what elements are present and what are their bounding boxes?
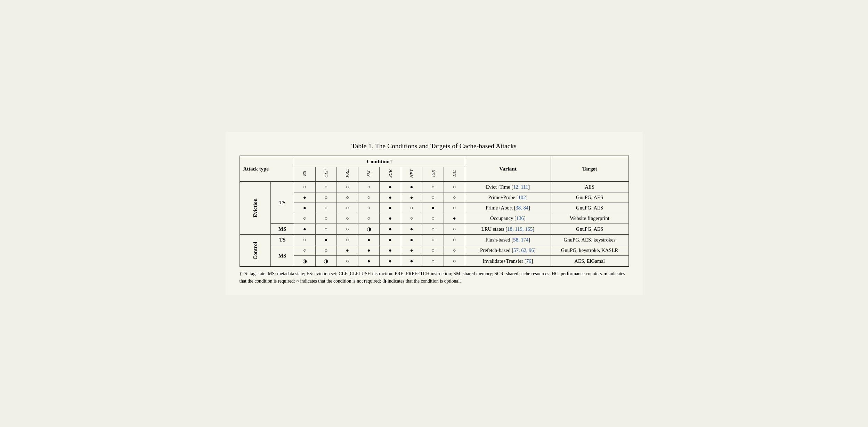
table-row: ● ○ ○ ○ ● ○ ● ○ Prime+Abort [38, 84] Gnu…	[240, 203, 628, 213]
target-cell: GnuPG, keystroke, KASLR	[551, 245, 628, 256]
col-hpt: HPT	[401, 167, 422, 182]
table-row: ◑ ◑ ○ ● ● ● ○ ○ Invalidate+Transfer [76]…	[240, 256, 628, 267]
target-cell: GnuPG, AES	[551, 203, 628, 213]
table-row: Control TS ○ ● ○ ● ● ● ○ ○ Flush-based […	[240, 235, 628, 245]
variant-cell: Flush-based [58, 174]	[465, 235, 551, 245]
table-row: Eviction TS ○ ○ ○ ○ ● ● ○ ○ Evict+Time […	[240, 182, 628, 192]
ts-label-2: TS	[271, 235, 294, 245]
target-cell: GnuPG, AES	[551, 192, 628, 203]
col-scr: SCR	[380, 167, 401, 182]
col-pre: PRE	[337, 167, 358, 182]
col-hc: HC	[444, 167, 465, 182]
table-row: ○ ○ ○ ○ ● ○ ○ ● Occupancy [136] Website …	[240, 213, 628, 224]
cell-cond: ○	[294, 182, 316, 192]
control-label: Control	[240, 235, 271, 267]
variant-cell: Prime+Probe [102]	[465, 192, 551, 203]
col-sm: SM	[358, 167, 380, 182]
variant-cell: LRU states [18, 119, 165]	[465, 224, 551, 235]
col-es: ES	[294, 167, 316, 182]
footnote: †TS: tag state; MS: metadata state; ES: …	[240, 270, 629, 285]
ts-label-1: TS	[271, 182, 294, 224]
variant-cell: Occupancy [136]	[465, 213, 551, 224]
page-container: Table 1. The Conditions and Targets of C…	[226, 132, 643, 295]
variant-cell: Prime+Abort [38, 84]	[465, 203, 551, 213]
ms-label-2: MS	[271, 245, 294, 267]
target-cell: AES	[551, 182, 628, 192]
variant-cell: Prefetch-based [57, 62, 96]	[465, 245, 551, 256]
variant-header: Variant	[465, 156, 551, 182]
table-row: MS ● ○ ○ ◑ ● ● ○ ○ LRU states [18, 119, …	[240, 224, 628, 235]
table-row: ● ○ ○ ○ ● ● ○ ○ Prime+Probe [102] GnuPG,…	[240, 192, 628, 203]
col-tsx: TSX	[422, 167, 444, 182]
table-title: Table 1. The Conditions and Targets of C…	[240, 142, 629, 150]
attack-type-header: Attack type	[240, 156, 294, 182]
condition-header: Condition†	[294, 156, 465, 167]
main-table: Attack type Condition† Variant Target ES…	[240, 156, 629, 267]
target-cell: Website fingerprint	[551, 213, 628, 224]
target-cell: GnuPG, AES, keystrokes	[551, 235, 628, 245]
target-cell: AES, ElGamal	[551, 256, 628, 267]
col-clf: CLF	[315, 167, 337, 182]
eviction-label: Eviction	[240, 182, 271, 235]
ms-label-1: MS	[271, 224, 294, 235]
header-row-1: Attack type Condition† Variant Target	[240, 156, 628, 167]
table-row: MS ○ ○ ● ● ● ● ○ ○ Prefetch-based [57, 6…	[240, 245, 628, 256]
variant-cell: Evict+Time [12, 111]	[465, 182, 551, 192]
target-header: Target	[551, 156, 628, 182]
target-cell: GnuPG, AES	[551, 224, 628, 235]
variant-cell: Invalidate+Transfer [76]	[465, 256, 551, 267]
